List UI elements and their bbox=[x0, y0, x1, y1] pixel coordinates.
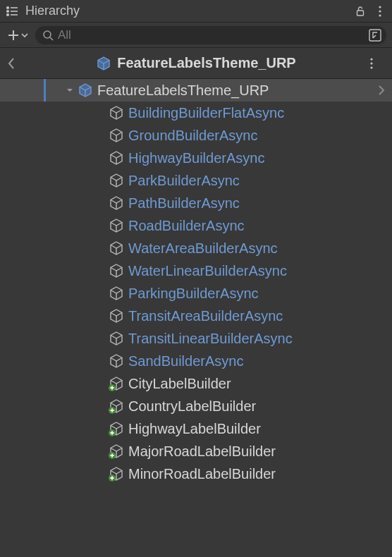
gameobject-added-icon bbox=[109, 376, 124, 391]
gameobject-icon bbox=[109, 218, 124, 233]
create-button[interactable] bbox=[6, 27, 30, 43]
tree-row[interactable]: ParkBuilderAsync bbox=[0, 169, 392, 192]
tree-row[interactable]: CityLabelBuilder bbox=[0, 372, 392, 395]
toolbar bbox=[0, 23, 392, 48]
svg-point-2 bbox=[7, 10, 9, 12]
gameobject-icon bbox=[109, 195, 124, 211]
gameobject-icon bbox=[109, 353, 124, 369]
row-label: GroundBuilderAsync bbox=[128, 128, 257, 144]
prefab-icon bbox=[96, 56, 111, 71]
breadcrumb-bar: FeatureLabelsTheme_URP bbox=[0, 48, 392, 79]
row-label: TransitAreaBuilderAsync bbox=[128, 308, 283, 324]
open-prefab-icon[interactable] bbox=[378, 85, 392, 96]
back-button[interactable] bbox=[7, 57, 23, 70]
row-label: BuildingBuilderFlatAsync bbox=[128, 105, 284, 121]
plus-icon bbox=[7, 29, 20, 42]
gameobject-icon bbox=[109, 128, 124, 143]
tree-row[interactable]: CountryLabelBuilder bbox=[0, 395, 392, 417]
search-scope-icon[interactable] bbox=[368, 28, 382, 42]
gameobject-added-icon bbox=[109, 421, 124, 436]
unlock-icon[interactable] bbox=[353, 4, 368, 19]
kebab-menu-icon[interactable] bbox=[372, 4, 388, 19]
gameobject-icon bbox=[109, 286, 124, 301]
tree-row[interactable]: WaterLinearBuilderAsync bbox=[0, 259, 392, 282]
gameobject-icon bbox=[109, 150, 124, 166]
svg-point-9 bbox=[379, 14, 381, 16]
gameobject-icon bbox=[109, 173, 124, 188]
row-label: SandBuilderAsync bbox=[128, 353, 243, 369]
search-field[interactable] bbox=[35, 26, 386, 44]
gameobject-added-icon bbox=[109, 443, 124, 459]
dropdown-caret-icon bbox=[21, 32, 28, 39]
svg-point-12 bbox=[44, 31, 51, 38]
panel-header: Hierarchy bbox=[0, 0, 392, 23]
row-label: PathBuilderAsync bbox=[128, 195, 240, 212]
svg-point-16 bbox=[370, 62, 372, 64]
tree-row[interactable]: RoadBuilderAsync bbox=[0, 214, 392, 237]
tree-row[interactable]: HighwayLabelBuilder bbox=[0, 417, 392, 440]
tree-row[interactable]: BuildingBuilderFlatAsync bbox=[0, 102, 392, 124]
tree-row[interactable]: PathBuilderAsync bbox=[0, 192, 392, 214]
search-input[interactable] bbox=[58, 28, 368, 42]
search-icon bbox=[42, 30, 54, 41]
row-label: WaterAreaBuilderAsync bbox=[128, 240, 278, 257]
gameobject-icon bbox=[109, 263, 124, 278]
svg-point-4 bbox=[7, 13, 9, 16]
gameobject-added-icon bbox=[109, 398, 124, 414]
gameobject-icon bbox=[109, 308, 124, 324]
tree-row[interactable]: GroundBuilderAsync bbox=[0, 124, 392, 147]
svg-point-8 bbox=[379, 10, 381, 12]
row-label: HighwayLabelBuilder bbox=[128, 421, 261, 437]
gameobject-icon bbox=[109, 331, 124, 346]
row-label: HighwayBuilderAsync bbox=[128, 150, 264, 166]
row-label: CountryLabelBuilder bbox=[128, 398, 256, 415]
tree-row[interactable]: MinorRoadLabelBuilder bbox=[0, 463, 392, 485]
prefab-icon bbox=[78, 82, 93, 98]
tree-row[interactable]: TransitAreaBuilderAsync bbox=[0, 305, 392, 327]
svg-point-0 bbox=[7, 6, 9, 8]
svg-point-7 bbox=[379, 6, 381, 8]
tree-row[interactable]: WaterAreaBuilderAsync bbox=[0, 237, 392, 259]
row-label: MinorRoadLabelBuilder bbox=[128, 466, 276, 482]
gameobject-added-icon bbox=[109, 466, 124, 482]
tree-row[interactable]: HighwayBuilderAsync bbox=[0, 147, 392, 169]
row-label: CityLabelBuilder bbox=[128, 376, 231, 392]
hierarchy-tree: FeatureLabelsTheme_URP BuildingBuilderFl… bbox=[0, 79, 392, 485]
svg-rect-14 bbox=[369, 30, 381, 41]
gameobject-icon bbox=[109, 240, 124, 256]
panel-title: Hierarchy bbox=[24, 4, 348, 18]
gameobject-icon bbox=[109, 105, 124, 121]
breadcrumb-title: FeatureLabelsTheme_URP bbox=[117, 55, 295, 71]
tree-row[interactable]: SandBuilderAsync bbox=[0, 350, 392, 372]
row-label: FeatureLabelsTheme_URP bbox=[97, 82, 269, 99]
tree-row[interactable]: TransitLinearBuilderAsync bbox=[0, 327, 392, 350]
tree-row-root[interactable]: FeatureLabelsTheme_URP bbox=[0, 79, 392, 102]
svg-line-13 bbox=[50, 37, 53, 40]
row-label: MajorRoadLabelBuilder bbox=[128, 443, 276, 460]
row-label: ParkingBuilderAsync bbox=[128, 286, 259, 302]
tree-row[interactable]: ParkingBuilderAsync bbox=[0, 282, 392, 305]
svg-point-15 bbox=[370, 58, 372, 60]
row-label: WaterLinearBuilderAsync bbox=[128, 263, 287, 279]
row-label: ParkBuilderAsync bbox=[128, 173, 240, 189]
hierarchy-icon bbox=[4, 4, 20, 19]
tree-row[interactable]: MajorRoadLabelBuilder bbox=[0, 440, 392, 463]
svg-point-17 bbox=[370, 66, 372, 68]
row-label: RoadBuilderAsync bbox=[128, 218, 245, 234]
svg-rect-6 bbox=[357, 11, 364, 16]
foldout-toggle[interactable] bbox=[65, 85, 75, 95]
breadcrumb-menu-icon[interactable] bbox=[369, 57, 385, 70]
row-label: TransitLinearBuilderAsync bbox=[128, 331, 293, 347]
